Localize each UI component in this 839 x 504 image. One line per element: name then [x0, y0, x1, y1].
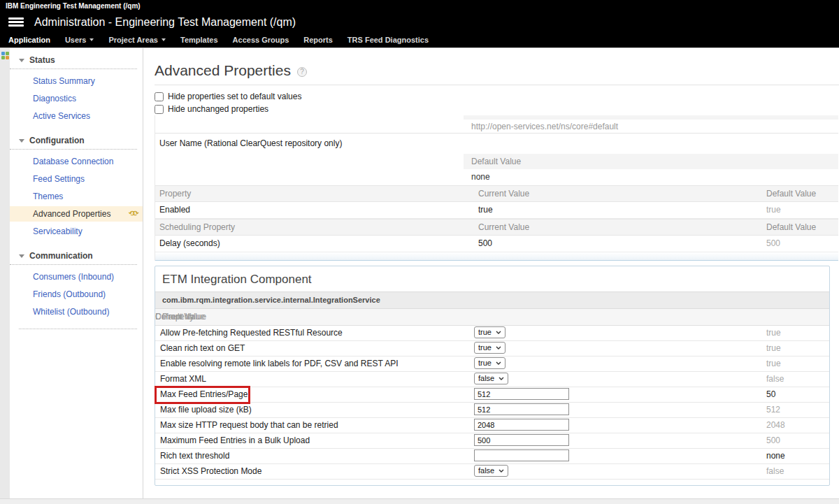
table-header-row: Scheduling Property Current Value Defaul… — [155, 219, 838, 236]
value-input[interactable] — [474, 434, 569, 446]
default-value: false — [766, 374, 784, 384]
sidebar-toggle-grid-icon[interactable] — [1, 52, 9, 59]
property-label: Max size HTTP request body that can be r… — [160, 420, 338, 430]
sidebar-item-consumers-inbound[interactable]: Consumers (Inbound) — [10, 269, 143, 285]
default-value: true — [766, 328, 781, 338]
nav-item-trs-feed-diagnostics[interactable]: TRS Feed Diagnostics — [347, 36, 429, 44]
value-select[interactable]: true — [474, 326, 505, 338]
page-title: Advanced Properties — [155, 62, 291, 79]
sidebar-item-themes[interactable]: Themes — [10, 189, 143, 204]
sidebar-item-feed-settings[interactable]: Feed Settings — [10, 171, 143, 187]
value-select[interactable]: true — [474, 342, 505, 354]
value-select[interactable]: false — [474, 373, 508, 384]
table-row: Delay (seconds) 500 500 — [155, 236, 838, 252]
sidebar-section-configuration: Configuration Database Connection Feed S… — [10, 131, 143, 247]
value-input[interactable] — [474, 403, 569, 415]
filter-hide-default-values[interactable]: Hide properties set to default values — [155, 90, 839, 103]
nav-item-project-areas[interactable]: Project Areas — [108, 36, 166, 44]
table-row: Clean rich text on GET true true — [155, 341, 829, 357]
service-name-bar: com.ibm.rqm.integration.service.internal… — [155, 291, 829, 309]
default-value: false — [766, 466, 784, 476]
filter-hide-unchanged[interactable]: Hide unchanged properties — [155, 103, 839, 115]
chevron-down-icon — [496, 331, 501, 334]
chevron-down-icon — [496, 361, 501, 365]
left-gutter — [0, 48, 10, 504]
page-title-header: Administration - Engineering Test Manage… — [34, 16, 296, 29]
value-input[interactable] — [474, 449, 569, 461]
section-title: ETM Integration Component — [155, 266, 829, 291]
title-divider — [155, 85, 839, 85]
table-row-max-feed-entries: Max Feed Entries/Page 50 — [155, 387, 829, 403]
chevron-down-icon — [496, 346, 501, 350]
help-icon[interactable]: ? — [297, 67, 307, 77]
table-row: Rich text threshold none — [155, 449, 829, 464]
sync-arrows-icon: ⟲⟳ — [129, 208, 137, 218]
table-row: Max size HTTP request body that can be r… — [155, 418, 829, 433]
default-value: 500 — [766, 236, 780, 252]
property-label: Format XML — [160, 374, 206, 384]
sidebar-item-status-summary[interactable]: Status Summary — [10, 73, 143, 89]
property-label: Rich text threshold — [160, 451, 229, 461]
nav-item-templates[interactable]: Templates — [180, 36, 218, 44]
sidebar-section-communication: Communication Consumers (Inbound) Friend… — [10, 247, 143, 327]
collapse-arrow-icon — [19, 59, 24, 62]
hamburger-menu-icon[interactable] — [8, 16, 24, 28]
hide-unchanged-checkbox[interactable] — [155, 105, 164, 114]
property-label: Enabled — [159, 202, 190, 218]
sidebar-section-header-communication[interactable]: Communication — [10, 247, 137, 265]
value-input[interactable] — [474, 388, 569, 400]
table-row: Allow Pre-fetching Requested RESTful Res… — [155, 326, 829, 341]
sidebar-section-header-status[interactable]: Status — [10, 51, 137, 69]
current-value: http://open-services.net/ns/core#default — [471, 122, 618, 131]
window-title: IBM Engineering Test Management (/qm) — [6, 2, 141, 10]
nav-item-reports[interactable]: Reports — [303, 36, 333, 44]
sidebar-item-serviceability[interactable]: Serviceability — [10, 224, 143, 239]
content-area: Status Status Summary Diagnostics Active… — [0, 48, 839, 504]
sidebar-item-advanced-properties[interactable]: Advanced Properties ⟲⟳ — [10, 206, 143, 222]
value-select[interactable]: true — [474, 357, 505, 369]
chevron-down-icon — [89, 38, 94, 41]
table-header-row: Property Current Value Default Value — [155, 185, 838, 202]
sidebar-item-active-services[interactable]: Active Services — [10, 108, 143, 124]
default-value: 50 — [766, 389, 775, 399]
property-label: Max Feed Entries/Page — [160, 389, 248, 399]
value-select[interactable]: false — [474, 465, 508, 477]
default-value-header: Default Value — [464, 154, 838, 169]
sidebar-item-database-connection[interactable]: Database Connection — [10, 154, 143, 169]
sidebar-item-diagnostics[interactable]: Diagnostics — [10, 91, 143, 106]
table-row: Format XML false false — [155, 372, 829, 387]
nav-item-users[interactable]: Users — [65, 36, 94, 44]
property-label: Clean rich text on GET — [160, 343, 245, 353]
property-label: Strict XSS Protection Mode — [160, 466, 261, 476]
filter-checkboxes: Hide properties set to default values Hi… — [155, 90, 839, 115]
chevron-down-icon — [162, 38, 166, 41]
nav-item-application[interactable]: Application — [8, 36, 50, 44]
sidebar-section-status: Status Status Summary Diagnostics Active… — [10, 51, 143, 131]
default-value: true — [766, 343, 781, 353]
default-value: true — [766, 202, 781, 218]
table-row: Maximum Feed Entries in a Bulk Upload 50… — [155, 433, 829, 449]
sidebar: Status Status Summary Diagnostics Active… — [10, 48, 143, 504]
collapse-arrow-icon — [19, 139, 24, 143]
sidebar-divider — [19, 329, 137, 329]
sidebar-section-header-configuration[interactable]: Configuration — [10, 131, 137, 150]
sidebar-item-friends-outbound[interactable]: Friends (Outbound) — [10, 287, 143, 302]
table-row: Strict XSS Protection Mode false false — [155, 464, 829, 480]
property-label: Delay (seconds) — [159, 236, 220, 252]
value-input[interactable] — [474, 419, 569, 431]
table-row: http://open-services.net/ns/core#default — [155, 120, 838, 134]
nav-item-access-groups[interactable]: Access Groups — [233, 36, 289, 44]
chevron-down-icon — [499, 377, 504, 380]
property-label: Maximum Feed Entries in a Bulk Upload — [160, 435, 310, 445]
etm-integration-component-section: ETM Integration Component com.ibm.rqm.in… — [155, 266, 830, 486]
table-row: Max file upload size (kB) 512 — [155, 403, 829, 418]
property-label: Allow Pre-fetching Requested RESTful Res… — [160, 328, 343, 338]
current-value: 500 — [478, 236, 492, 252]
sidebar-item-whitelist-outbound[interactable]: Whitelist (Outbound) — [10, 304, 143, 319]
main-panel: Advanced Properties ? Hide properties se… — [143, 48, 839, 504]
table-header-row: Property Current Value Default Value — [155, 309, 829, 326]
table-row: none — [155, 169, 838, 185]
hide-default-values-checkbox[interactable] — [155, 92, 164, 101]
current-value: true — [478, 202, 493, 218]
default-value: 500 — [766, 435, 780, 445]
